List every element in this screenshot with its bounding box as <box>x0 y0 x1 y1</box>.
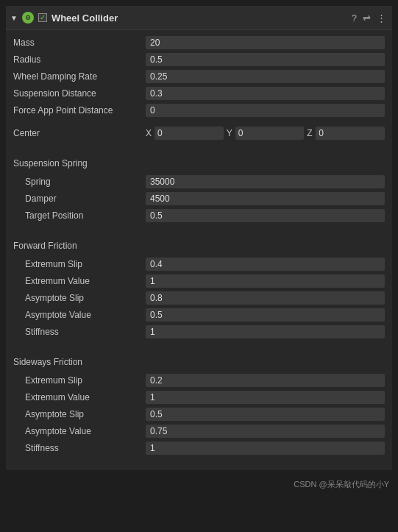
sf-asymptote-slip-input[interactable] <box>146 408 385 421</box>
wheel-damping-rate-label: Wheel Damping Rate <box>13 71 146 82</box>
sf-extremum-value-label: Extremum Value <box>13 392 146 402</box>
ff-extremum-value-row: Extremum Value <box>13 273 385 289</box>
spring-label: Spring <box>13 177 146 187</box>
ff-asymptote-value-row: Asymptote Value <box>13 307 385 323</box>
radius-label: Radius <box>13 54 146 65</box>
sf-extremum-slip-row: Extremum Slip <box>13 372 385 389</box>
ff-asymptote-slip-row: Asymptote Slip <box>13 290 385 306</box>
divider-1 <box>13 119 385 125</box>
ff-extremum-value-input[interactable] <box>146 274 385 288</box>
forward-friction-label: Forward Friction <box>13 241 77 251</box>
suspension-distance-label: Suspension Distance <box>13 88 146 99</box>
z-letter: Z <box>307 128 314 138</box>
sf-extremum-slip-label: Extremum Slip <box>13 375 146 386</box>
ff-extremum-slip-label: Extremum Slip <box>13 259 146 269</box>
radius-input[interactable] <box>146 53 385 66</box>
damper-input[interactable] <box>146 192 385 205</box>
ff-extremum-slip-input[interactable] <box>146 258 385 271</box>
sf-extremum-slip-input[interactable] <box>146 374 385 387</box>
ff-stiffness-label: Stiffness <box>13 327 146 337</box>
radius-row: Radius <box>13 52 385 68</box>
panel-header: ▼ ⚙ ✓ Wheel Collider ? ⇌ ⋮ <box>6 6 392 30</box>
x-letter: X <box>146 128 153 138</box>
center-y-input[interactable] <box>235 127 305 140</box>
ff-extremum-slip-row: Extremum Slip <box>13 256 385 272</box>
footer: CSDN @呆呆敲代码的小Y <box>0 476 398 493</box>
sf-asymptote-value-input[interactable] <box>146 425 385 438</box>
center-label: Center <box>13 128 146 138</box>
wheel-damping-rate-input[interactable] <box>146 70 385 83</box>
force-app-point-distance-input[interactable] <box>146 104 385 117</box>
panel-actions: ? ⇌ ⋮ <box>352 13 386 24</box>
damper-label: Damper <box>13 194 146 204</box>
center-x-input[interactable] <box>154 127 224 140</box>
panel-content: Mass Radius Wheel Damping Rate Suspensio… <box>6 30 392 461</box>
center-x-field: X <box>146 127 224 140</box>
more-icon[interactable]: ⋮ <box>377 13 386 24</box>
suspension-spring-section: Suspension Spring <box>13 155 385 171</box>
target-position-input[interactable] <box>146 209 385 222</box>
mass-label: Mass <box>13 38 146 48</box>
mass-input[interactable] <box>146 36 385 49</box>
force-app-point-distance-label: Force App Point Distance <box>13 105 146 116</box>
sf-asymptote-slip-label: Asymptote Slip <box>13 409 146 419</box>
sf-asymptote-slip-row: Asymptote Slip <box>13 406 385 422</box>
help-icon[interactable]: ? <box>352 13 357 24</box>
sideways-friction-section: Sideways Friction <box>13 354 385 370</box>
center-xyz: X Y Z <box>146 127 385 140</box>
sf-asymptote-value-row: Asymptote Value <box>13 423 385 439</box>
suspension-spring-label: Suspension Spring <box>13 158 88 169</box>
sf-extremum-value-row: Extremum Value <box>13 389 385 405</box>
spring-row: Spring <box>13 174 385 190</box>
center-z-field: Z <box>307 127 385 140</box>
suspension-distance-input[interactable] <box>146 87 385 100</box>
sf-stiffness-label: Stiffness <box>13 443 146 453</box>
forward-friction-section: Forward Friction <box>13 238 385 254</box>
mass-row: Mass <box>13 35 385 51</box>
enable-checkbox[interactable]: ✓ <box>38 13 47 22</box>
wheel-collider-panel: ▼ ⚙ ✓ Wheel Collider ? ⇌ ⋮ Mass Radius W… <box>6 6 392 470</box>
check-mark: ✓ <box>40 14 46 21</box>
collapse-arrow[interactable]: ▼ <box>10 14 18 22</box>
sf-stiffness-row: Stiffness <box>13 440 385 456</box>
divider-4 <box>13 341 385 347</box>
center-y-field: Y <box>227 127 305 140</box>
ff-stiffness-row: Stiffness <box>13 324 385 340</box>
force-app-point-distance-row: Force App Point Distance <box>13 102 385 118</box>
sideways-friction-label: Sideways Friction <box>13 357 82 367</box>
divider-2 <box>13 142 385 148</box>
wheel-damping-rate-row: Wheel Damping Rate <box>13 68 385 85</box>
ff-stiffness-input[interactable] <box>146 325 385 338</box>
y-letter: Y <box>227 128 234 138</box>
spring-input[interactable] <box>146 175 385 188</box>
settings-icon[interactable]: ⇌ <box>363 13 371 24</box>
ff-asymptote-slip-input[interactable] <box>146 291 385 305</box>
ff-asymptote-slip-label: Asymptote Slip <box>13 293 146 303</box>
component-icon: ⚙ <box>22 12 34 24</box>
sf-extremum-value-input[interactable] <box>146 391 385 404</box>
sf-asymptote-value-label: Asymptote Value <box>13 426 146 436</box>
sf-stiffness-input[interactable] <box>146 441 385 455</box>
ff-asymptote-value-label: Asymptote Value <box>13 310 146 320</box>
target-position-label: Target Position <box>13 210 146 221</box>
suspension-distance-row: Suspension Distance <box>13 85 385 102</box>
ff-asymptote-value-input[interactable] <box>146 308 385 322</box>
target-position-row: Target Position <box>13 208 385 224</box>
center-row: Center X Y Z <box>13 125 385 141</box>
divider-3 <box>13 224 385 230</box>
damper-row: Damper <box>13 191 385 207</box>
center-z-input[interactable] <box>316 127 385 140</box>
footer-text: CSDN @呆呆敲代码的小Y <box>294 480 389 489</box>
panel-title: Wheel Collider <box>51 13 347 24</box>
ff-extremum-value-label: Extremum Value <box>13 276 146 286</box>
